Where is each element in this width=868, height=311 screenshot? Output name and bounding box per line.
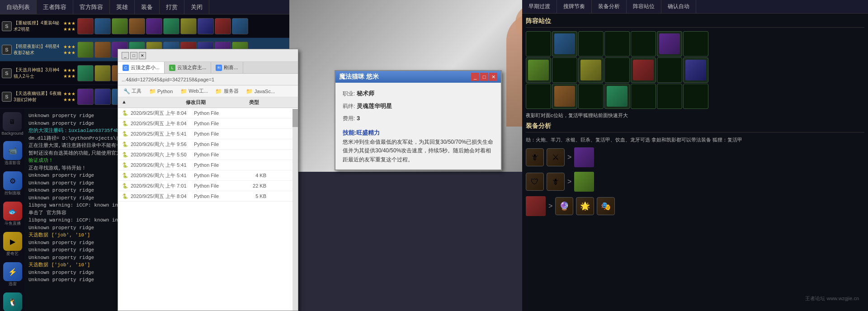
dialog-minimize-btn[interactable]: _ bbox=[471, 73, 479, 81]
team-name: 【天选夜幽锐雾】6夜幽3噩幻2神射 bbox=[14, 90, 63, 103]
file-row[interactable]: 🐍 2020/9/26/周六 上午 5:41 Python File 4 KB bbox=[118, 170, 298, 181]
toolbar-server[interactable]: 📁 服务器 bbox=[213, 87, 241, 96]
nav-item-close[interactable]: 关闭 bbox=[184, 0, 209, 14]
douyu-icon[interactable]: 🐟 bbox=[3, 202, 22, 221]
file-row[interactable]: 🐍 2020/9/26/周六 上午 9:56 Python File bbox=[118, 139, 298, 150]
header-date: 修改日期 bbox=[186, 99, 249, 106]
right-nav-early[interactable]: 早期过渡 bbox=[522, 0, 557, 13]
file-row[interactable]: 🐍 2020/9/26/周六 上午 7:01 Python File 22 KB bbox=[118, 181, 298, 191]
file-type: Python File bbox=[194, 110, 239, 116]
position-cell[interactable] bbox=[683, 57, 708, 83]
equip-icon: ⚔ bbox=[547, 148, 565, 166]
header-sort-col: ▲ bbox=[122, 99, 186, 106]
toolbar-python[interactable]: 📁 Python bbox=[146, 87, 175, 96]
position-cell[interactable] bbox=[657, 84, 682, 109]
position-cell[interactable] bbox=[631, 84, 656, 109]
position-cell[interactable] bbox=[604, 31, 630, 57]
nav-item-auto[interactable]: 自动列表 bbox=[0, 0, 37, 14]
nav-item-reward[interactable]: 打赏 bbox=[160, 0, 184, 14]
browser-minimize-btn[interactable]: _ bbox=[122, 52, 129, 59]
nav-item-equip[interactable]: 装备 bbox=[135, 0, 160, 14]
iqiyi-icon[interactable]: ▶ bbox=[3, 232, 22, 251]
position-cell[interactable] bbox=[552, 57, 577, 83]
dialog-content: 职业: 秘术师 羁绊: 灵魂莲华明星 费用: 3 技能:旺盛精力 悠米冲到生命值… bbox=[335, 83, 501, 170]
cost-label: 费用: bbox=[343, 115, 355, 122]
position-cell[interactable] bbox=[683, 31, 708, 57]
tab-label-2: 云顶之弈主... bbox=[177, 64, 206, 71]
file-row[interactable]: 🐍 2020/9/26/周六 上午 5:41 Python File bbox=[118, 160, 298, 170]
file-scrollbar-thumb[interactable] bbox=[292, 109, 298, 127]
browser-tab-3[interactable]: 刚 刚喜... bbox=[211, 62, 243, 73]
position-cell[interactable] bbox=[604, 84, 630, 109]
position-cell[interactable] bbox=[683, 84, 708, 109]
browser-maximize-btn[interactable]: □ bbox=[130, 52, 137, 59]
position-cell[interactable] bbox=[631, 31, 656, 57]
background-icon[interactable]: 🖥 bbox=[3, 112, 22, 131]
position-cell[interactable] bbox=[526, 31, 551, 57]
position-cell[interactable] bbox=[526, 84, 551, 109]
toolbar-js[interactable]: 📁 JavaSc... bbox=[244, 87, 277, 96]
position-cell[interactable] bbox=[631, 57, 656, 83]
position-cell[interactable] bbox=[604, 57, 630, 83]
right-nav-search[interactable]: 搜牌节奏 bbox=[557, 0, 592, 13]
position-cell[interactable] bbox=[552, 84, 577, 109]
position-cell[interactable] bbox=[578, 84, 604, 109]
control-panel-icon[interactable]: ⚙ bbox=[3, 171, 22, 190]
tab-icon-1: C bbox=[123, 65, 129, 71]
team-name: 【重秘狐狸】4重装4秘术2明星 bbox=[14, 20, 63, 33]
star-row: ★★★ bbox=[63, 21, 75, 26]
control-panel-label: 控制面板 bbox=[5, 190, 21, 196]
team-row[interactable]: S 【重秘狐狸】4重装4秘术2明星 ★★★ ★★★ bbox=[0, 14, 289, 38]
toolbar-tools[interactable]: 🔧 工具 bbox=[121, 87, 144, 96]
dialog-title: 魔法猫咪 悠米 bbox=[339, 73, 379, 81]
file-row[interactable]: 🐍 2020/9/25/周五 上午 8:04 Python File 5 KB bbox=[118, 191, 298, 202]
toolbar-web[interactable]: 📁 Web工... bbox=[178, 87, 210, 96]
position-cell[interactable] bbox=[578, 57, 604, 83]
commentary-text: 夜影盯对面c位站，复活甲狐狸站前面快速开大 bbox=[526, 112, 864, 119]
position-cell[interactable] bbox=[578, 31, 604, 57]
file-row[interactable]: 🐍 2020/9/26/周六 上午 5:50 Python File bbox=[118, 150, 298, 160]
nav-item-official[interactable]: 官方阵容 bbox=[73, 0, 110, 14]
champ-icon bbox=[129, 18, 145, 34]
file-date: 2020/9/26/周六 上午 9:56 bbox=[131, 141, 194, 148]
equip-row-1: 🗡 ⚔ > bbox=[526, 147, 864, 167]
browser-addressbar[interactable]: ...4&tid=1272645&pid=34272158&page=1 bbox=[118, 74, 298, 85]
champ-icon bbox=[180, 18, 197, 34]
file-list: 🐍 2020/9/25/周五 上午 8:04 Python File 🐍 202… bbox=[118, 108, 298, 202]
right-nav-position[interactable]: 阵容站位 bbox=[627, 0, 661, 13]
right-nav-confirm[interactable]: 确认自动 bbox=[661, 0, 696, 13]
file-row[interactable]: 🐍 2020/9/25/周五 上午 8:04 Python File bbox=[118, 118, 298, 129]
position-cell[interactable] bbox=[657, 57, 682, 83]
dialog-maximize-btn[interactable]: □ bbox=[480, 73, 488, 81]
champ-icon bbox=[146, 18, 162, 34]
skill-title: 技能:旺盛精力 bbox=[343, 127, 494, 138]
browser-tab-2[interactable]: L 云顶之弈主... bbox=[165, 62, 211, 73]
file-row[interactable]: 🐍 2020/9/25/周五 上午 8:04 Python File bbox=[118, 108, 298, 118]
file-row[interactable]: 🐍 2020/9/25/周五 上午 5:41 Python File bbox=[118, 129, 298, 139]
file-list-header: ▲ 修改日期 类型 bbox=[118, 97, 298, 108]
nav-item-king[interactable]: 王者阵容 bbox=[37, 0, 73, 14]
browser-tab-1[interactable]: C 云顶之弈小... bbox=[118, 62, 165, 73]
position-cell[interactable] bbox=[552, 31, 577, 57]
screen-record-icon[interactable]: 📹 bbox=[3, 141, 22, 160]
nav-item-hero[interactable]: 英雄 bbox=[110, 0, 135, 14]
browser-close-btn[interactable]: ✕ bbox=[139, 52, 146, 59]
file-icon: 🐍 bbox=[122, 130, 129, 137]
position-cell[interactable] bbox=[526, 57, 551, 83]
section-title-equip: 装备分析 bbox=[526, 122, 864, 132]
qq-icon[interactable]: 🐧 bbox=[3, 292, 22, 311]
thunder-icon[interactable]: ⚡ bbox=[3, 262, 22, 281]
equip-row-2: 🛡 🗡 > bbox=[526, 172, 864, 192]
rank-badge: S bbox=[2, 21, 12, 31]
web-label: Web工... bbox=[189, 88, 208, 94]
browser-window: _ □ ✕ C 云顶之弈小... L 云顶之弈主... 刚 刚喜... ...4… bbox=[118, 49, 298, 311]
iqiyi-label: 爱奇艺 bbox=[6, 251, 19, 257]
tools-icon: 🔧 bbox=[123, 88, 130, 95]
file-scrollbar[interactable] bbox=[292, 109, 298, 311]
position-cell[interactable] bbox=[657, 31, 682, 57]
champ-icon bbox=[77, 42, 94, 58]
dialog-close-btn[interactable]: ✕ bbox=[489, 73, 497, 81]
background-label: Background bbox=[1, 131, 23, 136]
screen-record-label: 迅雷影音 bbox=[5, 160, 21, 166]
right-nav-equip[interactable]: 装备分析 bbox=[592, 0, 627, 13]
